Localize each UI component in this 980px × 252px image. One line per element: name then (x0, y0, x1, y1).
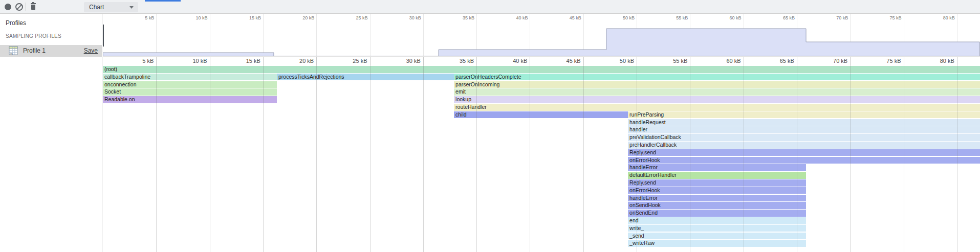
flame-frame-handlerequest[interactable]: handleRequest (628, 119, 980, 126)
axis-tick-label: 35 kB (438, 58, 474, 64)
gridline (850, 65, 851, 252)
flame-frame-onerrorhook[interactable]: onErrorHook (628, 157, 980, 164)
flame-frame-handleerror[interactable]: handleError (628, 195, 806, 202)
svg-text:%: % (10, 52, 13, 55)
flame-frame-parseronincoming[interactable]: parserOnIncoming (454, 81, 980, 88)
axis-tick-label: 20 kB (278, 58, 314, 64)
axis-tick-label: 75 kB (865, 58, 901, 64)
record-icon[interactable] (5, 4, 11, 10)
overview-range-handle[interactable] (103, 25, 104, 47)
gridline (797, 65, 797, 252)
flame-frame-label: onconnection (103, 81, 277, 88)
flame-frame-label: preHandlerCallback (628, 142, 980, 149)
axis-tick-label: 60 kB (705, 58, 741, 64)
clear-all-icon[interactable] (15, 3, 23, 11)
axis-tick-label: 25 kB (332, 58, 367, 64)
flame-frame-onconnection[interactable]: onconnection (103, 81, 277, 88)
flame-frame-label: Readable.on (103, 96, 277, 103)
flame-frame-processticksandrejections[interactable]: processTicksAndRejections (277, 74, 454, 81)
flame-frame-label: emit (454, 88, 980, 96)
gridline (637, 57, 637, 65)
gridline (850, 57, 851, 65)
gridline (744, 57, 744, 65)
flame-frame-label: defaultErrorHandler (628, 172, 806, 179)
flame-frame-emit[interactable]: emit (454, 88, 980, 96)
gridline (423, 65, 424, 252)
axis-tick-label: 80 kB (919, 58, 954, 64)
profile-name: Profile 1 (23, 47, 46, 54)
gridline (156, 65, 157, 252)
sidebar-section-label: SAMPLING PROFILES (6, 33, 61, 39)
save-profile-link[interactable]: Save (84, 47, 98, 54)
view-mode-select[interactable]: Chart (84, 2, 138, 12)
sidebar: Profiles SAMPLING PROFILES % Profile 1 S… (0, 14, 102, 252)
flame-frame-writeraw[interactable]: _writeRaw (628, 240, 806, 247)
flame-frame-parseronheaderscomplete[interactable]: parserOnHeadersComplete (454, 74, 980, 81)
flame-frame-label: write_ (628, 225, 806, 232)
flame-frame-label: Socket (103, 88, 277, 96)
gridline (316, 65, 317, 252)
memory-overview-chart[interactable] (103, 14, 980, 56)
flame-frame-reply-send[interactable]: Reply.send (628, 149, 980, 156)
flame-frame-root[interactable]: (root) (103, 66, 980, 73)
gridline (370, 65, 371, 252)
gridline (316, 57, 317, 65)
flame-frame-onsendend[interactable]: onSendEnd (628, 210, 806, 217)
flame-frame-label: _send (628, 233, 806, 240)
flame-frame-onsendhook[interactable]: onSendHook (628, 202, 806, 209)
flame-frame-lookup[interactable]: lookup (454, 96, 980, 103)
memory-overview-pane[interactable]: 5 kB10 kB15 kB20 kB25 kB30 kB35 kB40 kB4… (103, 14, 980, 56)
flame-frame-reply-send[interactable]: Reply.send (628, 179, 806, 187)
gridline (530, 57, 530, 65)
gridline (904, 65, 904, 252)
flame-ruler: 5 kB10 kB15 kB20 kB25 kB30 kB35 kB40 kB4… (103, 56, 980, 65)
toolbar: Chart (0, 0, 980, 14)
flame-frame-runpreparsing[interactable]: runPreParsing (628, 111, 980, 119)
flame-frame-readable-on[interactable]: Readable.on (103, 96, 277, 103)
flame-frame-send[interactable]: _send (628, 233, 806, 240)
flame-frame-prevalidationcallback[interactable]: preValidationCallback (628, 134, 980, 141)
flame-frame-label: handleError (628, 164, 806, 171)
gridline (476, 65, 477, 252)
trash-icon[interactable] (30, 3, 37, 11)
flame-frame-label: processTicksAndRejections (277, 74, 454, 81)
flame-frame-handler[interactable]: handler (628, 126, 980, 133)
flame-chart[interactable]: (root)callbackTrampolineprocessTicksAndR… (103, 65, 980, 252)
gridline (904, 57, 904, 65)
gridline (957, 65, 957, 252)
flame-frame-callbacktrampoline[interactable]: callbackTrampoline (103, 74, 277, 81)
flame-frame-prehandlercallback[interactable]: preHandlerCallback (628, 142, 980, 149)
flame-frame-socket[interactable]: Socket (103, 88, 277, 96)
flame-frame-label: onErrorHook (628, 187, 806, 194)
sidebar-item-profile-1[interactable]: % Profile 1 Save (0, 45, 102, 57)
flame-frame-onerrorhook[interactable]: onErrorHook (628, 187, 806, 194)
axis-tick-label: 5 kB (118, 58, 154, 64)
chevron-down-icon (129, 6, 134, 9)
profile-table-icon: % (9, 46, 18, 55)
flame-frame-label: Reply.send (628, 149, 980, 156)
flame-frame-label: onSendEnd (628, 210, 806, 217)
flame-frame-handleerror[interactable]: handleError (628, 164, 806, 171)
sidebar-title: Profiles (6, 19, 26, 27)
flame-frame-label: (root) (103, 66, 980, 73)
gridline (957, 57, 957, 65)
flame-frame-label: preValidationCallback (628, 134, 980, 141)
flame-frame-label: handler (628, 126, 980, 133)
axis-tick-label: 30 kB (385, 58, 421, 64)
flame-frame-end[interactable]: end (628, 217, 806, 224)
gridline (583, 65, 584, 252)
flame-frame-write[interactable]: write_ (628, 225, 806, 232)
flame-frame-routehandler[interactable]: routeHandler (454, 104, 980, 111)
flame-frame-label: lookup (454, 96, 980, 103)
profiler-panel: Chart Profiles SAMPLING PROFILES % Profi… (0, 0, 980, 252)
gridline (690, 57, 690, 65)
gridline (583, 57, 584, 65)
flame-frame-label: callbackTrampoline (103, 74, 277, 81)
gridline (156, 57, 157, 65)
gridline (744, 65, 744, 252)
flame-frame-label: onErrorHook (628, 157, 980, 164)
flame-frame-defaulterrorhandler[interactable]: defaultErrorHandler (628, 172, 806, 179)
flame-frame-child[interactable]: child (454, 111, 628, 119)
flame-frame-label: routeHandler (454, 104, 980, 111)
gridline (530, 65, 530, 252)
